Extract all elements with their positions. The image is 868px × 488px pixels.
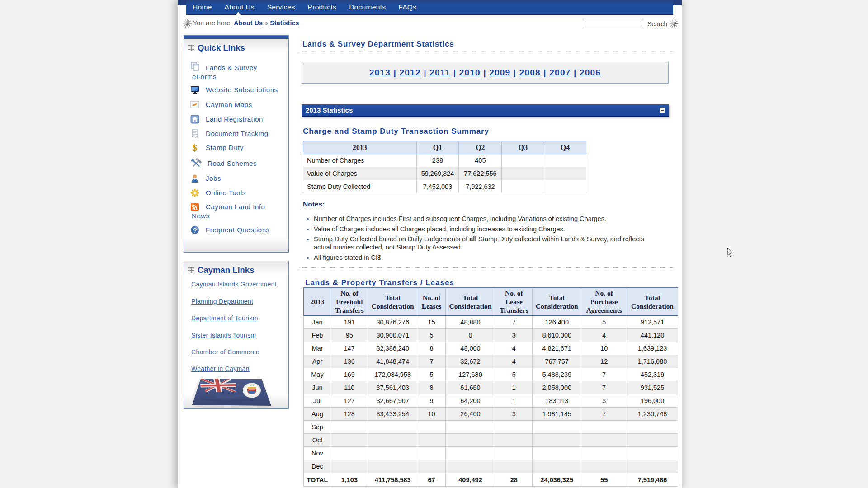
svg-text:?: ? — [193, 226, 197, 234]
svg-text:$: $ — [193, 143, 197, 152]
